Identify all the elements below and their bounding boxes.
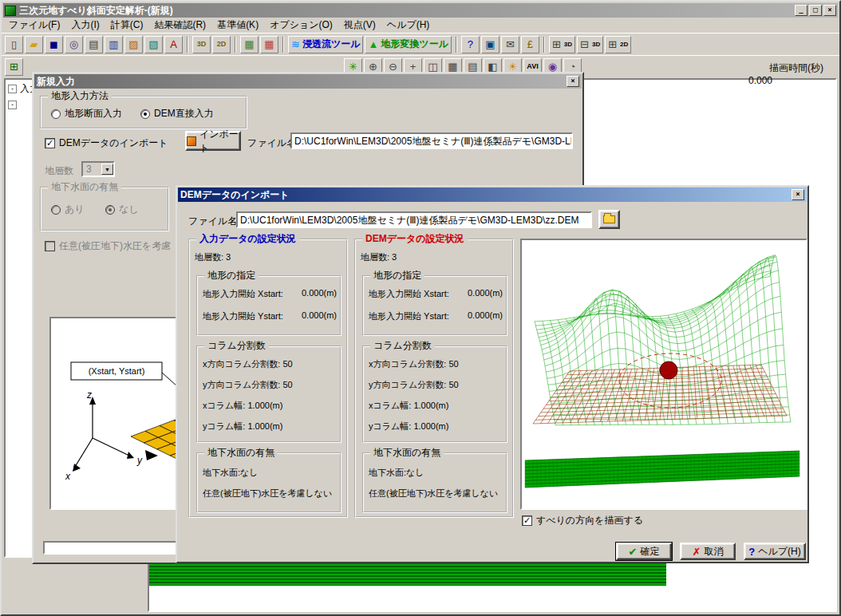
menu-viewpoint[interactable]: 視点(V) (338, 17, 381, 34)
license-button[interactable]: £ (521, 36, 539, 53)
fit-view-icon: ◫ (428, 61, 437, 72)
menu-file[interactable]: ファイル(F) (3, 17, 65, 34)
groundwater-group-title: 地下水面の有無 (48, 181, 121, 192)
dem-3d-view (520, 239, 807, 510)
toolbar-separator (282, 37, 284, 53)
open-file-icon: ▰ (30, 39, 38, 49)
menu-criteria[interactable]: 基準値(K) (211, 17, 264, 34)
draw-time-value: 0.000 (748, 75, 772, 86)
layer-count-dropdown[interactable]: 3 (81, 161, 115, 177)
radio-gw-no-icon[interactable] (105, 205, 115, 215)
zoom-out-icon: ⊖ (389, 61, 397, 72)
new-input-titlebar[interactable]: 新規入力 × (34, 74, 582, 89)
new-input-close-button[interactable]: × (567, 76, 579, 87)
folder-icon (603, 215, 615, 223)
input-settings-title: 入力データの設定状況 (196, 233, 299, 244)
render-2d-grid-button[interactable]: ⊞2D (605, 36, 631, 53)
radio-dem-input-icon[interactable] (140, 109, 150, 119)
xstart-label-text: (Xstart, Ystart) (89, 366, 145, 376)
grid-edit-button[interactable]: ▦ (260, 36, 278, 53)
dem-import-checkbox-label: DEMデータのインポート (59, 136, 168, 150)
pressure-checkbox[interactable] (45, 241, 55, 251)
dem-import-checkbox[interactable] (45, 138, 55, 148)
print-3d-grid-icon: ⊟ (580, 39, 589, 49)
save-button[interactable]: ◼ (45, 36, 63, 53)
import-button[interactable]: インポート (185, 131, 241, 151)
tree-expand-icon[interactable]: - (8, 101, 17, 109)
terrain-tool-button[interactable]: ▲地形変換ツール (365, 36, 451, 53)
mail-button[interactable]: ✉ (501, 36, 519, 53)
terrain-tool-label: 地形変換ツール (381, 38, 448, 51)
close-button[interactable]: × (823, 5, 836, 16)
menubar: ファイル(F)入力(I)計算(C)結果確認(R)基準値(K)オプション(O)視点… (2, 18, 839, 33)
confirm-button[interactable]: ✔ 確定 (616, 543, 672, 560)
data-box-button[interactable]: ▨ (124, 36, 143, 53)
radio-section-input[interactable]: 地形断面入力 (51, 107, 122, 120)
render-3d-grid-button[interactable]: ⊞3D (549, 36, 575, 53)
timer-icon: ◔ (570, 61, 576, 72)
tree-expand-icon[interactable]: - (8, 85, 17, 93)
input-xstart-row: 地形入力開始 Xstart:0.000(m) (203, 288, 337, 300)
print-preview-icon: ◎ (69, 39, 78, 49)
mail-icon: ✉ (506, 39, 515, 49)
data-box-icon: ▨ (128, 39, 138, 49)
help-dialog-button[interactable]: ? ヘルプ(H) (744, 543, 806, 560)
import-icon (187, 136, 196, 146)
cancel-x-icon: ✗ (693, 547, 701, 557)
project-tree-button[interactable]: ⊞ (5, 58, 23, 76)
print-3d-grid-button[interactable]: ⊟3D (577, 36, 603, 53)
render-2d-grid-icon: ⊞ (608, 39, 617, 49)
app-icon (5, 6, 16, 16)
axis-x-label: x (65, 471, 71, 482)
file-name-field-1[interactable]: D:\UC1forWin\LEM3D\2005地盤セミナ(Ⅲ)連係製品デモ\GM… (290, 132, 573, 149)
menu-input[interactable]: 入力(I) (65, 17, 105, 34)
rotate-view-icon: ✳ (349, 61, 357, 72)
project-tree-icon: ⊞ (10, 61, 18, 72)
menu-options[interactable]: オプション(O) (264, 17, 338, 34)
view-3d-button[interactable]: 3D (192, 36, 211, 53)
radio-gw-yes[interactable]: あり (51, 203, 85, 216)
minimize-button[interactable]: _ (795, 5, 807, 16)
menu-calc[interactable]: 計算(C) (105, 17, 149, 34)
print-button[interactable]: ▤ (85, 36, 103, 53)
menu-results[interactable]: 結果確認(R) (148, 17, 211, 34)
pressure-checkbox-label: 任意(被圧地下)水圧を考慮 (59, 239, 171, 253)
print-preview-button[interactable]: ◎ (65, 36, 83, 53)
radio-dem-input[interactable]: DEM直接入力 (140, 107, 214, 120)
slide-direction-checkbox[interactable] (522, 515, 532, 526)
export-button[interactable]: ▥ (105, 36, 123, 53)
label-a-button[interactable]: A (164, 36, 183, 53)
menu-help[interactable]: ヘルプ(H) (381, 17, 436, 34)
new-file-button[interactable]: ▯ (5, 36, 23, 53)
seepage-tool-icon: ≋ (291, 39, 300, 49)
seepage-tool-button[interactable]: ≋浸透流ツール (288, 36, 363, 53)
main-titlebar[interactable]: 三次元地すべり斜面安定解析-(新規) _ □ × (3, 3, 838, 18)
dem-import-checkbox-row[interactable]: DEMデータのインポート (45, 136, 168, 150)
pressure-checkbox-row[interactable]: 任意(被圧地下)水圧を考慮 (45, 239, 171, 253)
radio-gw-yes-icon[interactable] (51, 205, 61, 215)
radio-dem-input-label: DEM直接入力 (154, 107, 214, 120)
radio-gw-no[interactable]: なし (105, 203, 139, 216)
dem-import-close-button[interactable]: × (792, 189, 804, 200)
file-name-field-2[interactable]: D:\UC1forWin\LEM3D\2005地盤セミナ(Ⅲ)連係製品デモ\GM… (236, 211, 592, 228)
dem-settings-group: DEMデータの設定状況 地層数: 3 地形の指定 地形入力開始 Xstart:0… (354, 239, 514, 518)
slide-direction-checkbox-row[interactable]: すべりの方向を描画する (522, 514, 643, 527)
input-layer-count: 地層数: 3 (195, 251, 343, 263)
browse-button[interactable] (598, 210, 620, 229)
help-button[interactable]: ? (461, 36, 480, 53)
window-button[interactable]: ▣ (481, 36, 499, 53)
input-pressure-row: 任意(被圧地下)水圧を考慮しない (203, 488, 337, 500)
cancel-button[interactable]: ✗ 取消 (680, 543, 736, 560)
dem-pressure-row: 任意(被圧地下)水圧を考慮しない (369, 488, 503, 500)
grid-button[interactable]: ▦ (240, 36, 259, 53)
input-column-box: コラム分割数 x方向コラム分割数: 50 y方向コラム分割数: 50 xコラム幅… (196, 346, 342, 443)
open-file-button[interactable]: ▰ (25, 36, 43, 53)
report-button[interactable]: ▧ (144, 36, 163, 53)
maximize-button[interactable]: □ (809, 5, 822, 16)
view-2d-button[interactable]: 2D (212, 36, 231, 53)
dem-import-titlebar[interactable]: DEMデータのインポート × (178, 188, 807, 202)
icon-dim-tag: 3D (592, 41, 600, 48)
dropdown-arrow-icon[interactable] (101, 164, 113, 175)
toolbar-separator (543, 37, 545, 53)
radio-section-input-icon[interactable] (51, 109, 61, 119)
